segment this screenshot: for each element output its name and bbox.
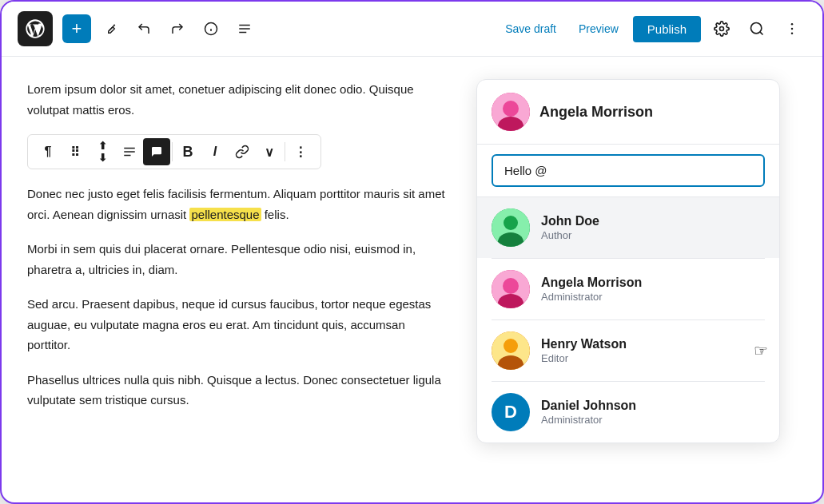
- italic-tool[interactable]: I: [201, 138, 229, 165]
- svg-point-25: [504, 339, 518, 353]
- pen-tool-button[interactable]: [96, 14, 125, 43]
- svg-point-16: [503, 101, 519, 117]
- undo-button[interactable]: [129, 14, 158, 43]
- more-tool[interactable]: ∨: [256, 138, 283, 165]
- redo-button[interactable]: [163, 14, 192, 43]
- paragraph-5: Phasellus ultrices nulla quis nibh. Quis…: [27, 370, 451, 411]
- mention-item-daniel[interactable]: D Daniel Johnson Administrator: [477, 382, 779, 442]
- mention-panel: Angela Morrison John Doe: [476, 79, 780, 443]
- mention-item-daniel-info: Daniel Johnson Administrator: [541, 399, 765, 426]
- mention-item-angela-role: Administrator: [541, 291, 765, 303]
- avatar-john: [492, 208, 530, 247]
- svg-point-10: [791, 28, 794, 30]
- preview-button[interactable]: Preview: [571, 18, 627, 40]
- avatar-henry: [492, 331, 530, 370]
- mention-input-wrap: [477, 145, 779, 197]
- cursor-icon: ☞: [754, 341, 768, 360]
- svg-point-7: [751, 23, 762, 34]
- paragraph-2-text-after: felis.: [265, 208, 289, 221]
- paragraph-2: Donec nec justo eget felis facilisis fer…: [27, 184, 451, 224]
- paragraph-1: Lorem ipsum dolor sit amet, conetuer adi…: [27, 79, 451, 120]
- avatar-daniel: D: [492, 393, 530, 431]
- paragraph-3: Morbi in sem quis dui placerat ornare. P…: [27, 239, 451, 280]
- mention-item-daniel-name: Daniel Johnson: [541, 399, 765, 413]
- mention-item-henry[interactable]: Henry Watson Editor ☞: [477, 320, 779, 381]
- editor-area: Lorem ipsum dolor sit amet, conetuer adi…: [27, 79, 451, 480]
- publish-button[interactable]: Publish: [633, 16, 701, 42]
- move-tool[interactable]: ⬆⬇: [89, 138, 116, 165]
- avatar-angela: [492, 270, 530, 308]
- svg-point-19: [504, 216, 518, 230]
- paragraph-2-highlight: pellentesque: [189, 208, 261, 221]
- mention-item-john-name: John Doe: [541, 214, 765, 228]
- mention-item-daniel-role: Administrator: [541, 414, 765, 426]
- bold-tool[interactable]: B: [174, 138, 201, 165]
- mention-item-angela-name: Angela Morrison: [541, 276, 765, 290]
- paragraph-tool[interactable]: ¶: [34, 138, 62, 165]
- mention-item-henry-role: Editor: [541, 352, 765, 364]
- info-button[interactable]: [197, 14, 225, 43]
- svg-point-9: [791, 23, 794, 26]
- mention-item-angela-info: Angela Morrison Administrator: [541, 276, 765, 303]
- comment-tool[interactable]: [143, 138, 170, 165]
- settings-button[interactable]: [707, 14, 736, 43]
- mention-item-john-info: John Doe Author: [541, 214, 765, 241]
- mention-item-john[interactable]: John Doe Author: [477, 197, 779, 258]
- save-draft-button[interactable]: Save draft: [497, 18, 564, 40]
- svg-point-6: [720, 27, 724, 31]
- link-tool[interactable]: [229, 138, 256, 165]
- mention-list: John Doe Author Angela M: [477, 197, 779, 442]
- app-window: +: [0, 0, 824, 504]
- search-button[interactable]: [742, 14, 771, 43]
- toolbar: +: [2, 2, 822, 57]
- svg-point-22: [503, 278, 519, 294]
- svg-point-11: [791, 33, 794, 35]
- mention-item-angela[interactable]: Angela Morrison Administrator: [477, 259, 779, 319]
- more-options-button[interactable]: [778, 14, 806, 43]
- header-name: Angela Morrison: [539, 104, 653, 121]
- mention-input[interactable]: [492, 154, 765, 187]
- header-avatar: [492, 93, 530, 131]
- mention-item-henry-name: Henry Watson: [541, 337, 765, 351]
- main-content: Lorem ipsum dolor sit amet, conetuer adi…: [2, 57, 822, 502]
- mention-panel-header: Angela Morrison: [477, 80, 779, 145]
- wp-logo: [18, 11, 53, 46]
- toolbar-left: +: [62, 14, 488, 43]
- mention-item-john-role: Author: [541, 229, 765, 241]
- svg-line-8: [760, 32, 763, 35]
- drag-handle[interactable]: ⠿: [62, 138, 89, 165]
- wordpress-icon: [24, 18, 46, 40]
- paragraph-4: Sed arcu. Praesent dapibus, neque id cur…: [27, 294, 451, 355]
- toolbar-right: Save draft Preview Publish: [497, 14, 806, 43]
- options-tool[interactable]: ⋮: [287, 138, 314, 165]
- mention-item-henry-info: Henry Watson Editor: [541, 337, 765, 364]
- add-block-button[interactable]: +: [62, 14, 91, 43]
- block-toolbar: ¶ ⠿ ⬆⬇ B I: [27, 134, 321, 169]
- list-view-button[interactable]: [230, 14, 259, 43]
- align-tool[interactable]: [116, 138, 143, 165]
